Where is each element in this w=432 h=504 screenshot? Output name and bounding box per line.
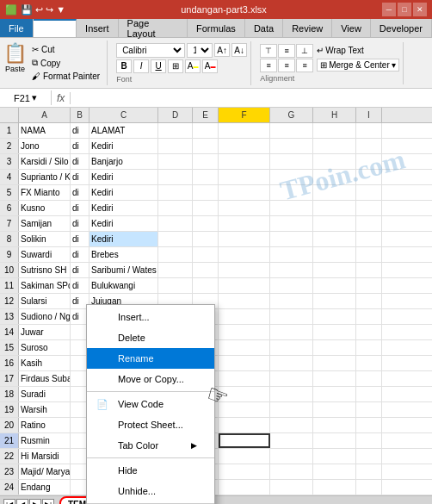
cell-h1[interactable] bbox=[313, 123, 356, 138]
underline-btn[interactable]: U bbox=[151, 59, 166, 73]
row-number-cell[interactable]: 3 bbox=[0, 154, 19, 169]
cell-a21[interactable]: Rusmin bbox=[19, 433, 71, 448]
row-number-cell[interactable]: 12 bbox=[0, 294, 19, 308]
cell-e6[interactable] bbox=[193, 201, 219, 215]
cell-f17[interactable] bbox=[219, 371, 270, 386]
cell-h9[interactable] bbox=[313, 247, 356, 262]
row-number-cell[interactable]: 5 bbox=[0, 185, 19, 200]
cell-h20[interactable] bbox=[313, 418, 356, 432]
cell-a7[interactable]: Samijan bbox=[19, 216, 71, 231]
cell-a19[interactable]: Warsih bbox=[19, 402, 71, 417]
cell-a14[interactable]: Juwar bbox=[19, 325, 71, 339]
row-number-cell[interactable]: 4 bbox=[0, 170, 19, 184]
cell-f22[interactable] bbox=[219, 449, 270, 464]
cell-f12[interactable] bbox=[219, 294, 270, 308]
cell-c10[interactable]: Saribumi / Wates bbox=[89, 263, 158, 277]
tab-file[interactable]: File bbox=[0, 19, 34, 37]
cell-i12[interactable] bbox=[356, 294, 382, 308]
cell-i18[interactable] bbox=[356, 387, 382, 401]
cell-a17[interactable]: Firdaus Subag bbox=[19, 371, 71, 386]
row-number-cell[interactable]: 24 bbox=[0, 480, 19, 495]
cell-h14[interactable] bbox=[313, 325, 356, 339]
cell-d8[interactable] bbox=[158, 232, 193, 246]
cell-b6[interactable]: di bbox=[71, 201, 89, 215]
cell-f4[interactable] bbox=[219, 170, 270, 184]
cell-f11[interactable] bbox=[219, 278, 270, 293]
context-protect-sheet[interactable]: Protect Sheet... bbox=[87, 414, 214, 435]
cell-f19[interactable] bbox=[219, 402, 270, 417]
cell-i14[interactable] bbox=[356, 325, 382, 339]
cell-c5[interactable]: Kediri bbox=[89, 185, 158, 200]
cell-h11[interactable] bbox=[313, 278, 356, 293]
cell-c4[interactable]: Kediri bbox=[89, 170, 158, 184]
cell-a18[interactable]: Suradi bbox=[19, 387, 71, 401]
cell-f9[interactable] bbox=[219, 247, 270, 262]
cell-g21[interactable] bbox=[270, 433, 313, 448]
font-name-select[interactable]: Calibri bbox=[116, 43, 185, 58]
sheet-nav-last[interactable]: ▶| bbox=[42, 499, 54, 505]
cell-a6[interactable]: Kusno bbox=[19, 201, 71, 215]
formula-icon[interactable]: fx bbox=[52, 92, 71, 104]
cell-i13[interactable] bbox=[356, 309, 382, 324]
cell-i7[interactable] bbox=[356, 216, 382, 231]
cell-h16[interactable] bbox=[313, 356, 356, 370]
cell-f10[interactable] bbox=[219, 263, 270, 277]
cell-d3[interactable] bbox=[158, 154, 193, 169]
cell-e2[interactable] bbox=[193, 139, 219, 153]
cell-f1[interactable] bbox=[219, 123, 270, 138]
cell-h12[interactable] bbox=[313, 294, 356, 308]
cell-i15[interactable] bbox=[356, 340, 382, 355]
cell-h10[interactable] bbox=[313, 263, 356, 277]
cell-f20[interactable] bbox=[219, 418, 270, 432]
cell-i20[interactable] bbox=[356, 418, 382, 432]
cell-f23[interactable] bbox=[219, 464, 270, 479]
italic-btn[interactable]: I bbox=[133, 59, 149, 73]
cell-b1[interactable]: di bbox=[71, 123, 89, 138]
row-number-cell[interactable]: 9 bbox=[0, 247, 19, 262]
row-number-cell[interactable]: 13 bbox=[0, 309, 19, 324]
cell-d6[interactable] bbox=[158, 201, 193, 215]
cell-a16[interactable]: Kasih bbox=[19, 356, 71, 370]
align-top-btn[interactable]: ⊤ bbox=[260, 44, 277, 58]
cell-b4[interactable]: di bbox=[71, 170, 89, 184]
cell-reference-box[interactable]: F21 ▾ bbox=[0, 90, 52, 105]
cell-i22[interactable] bbox=[356, 449, 382, 464]
cell-h18[interactable] bbox=[313, 387, 356, 401]
cell-d11[interactable] bbox=[158, 278, 193, 293]
row-number-cell[interactable]: 1 bbox=[0, 123, 19, 138]
cell-f6[interactable] bbox=[219, 201, 270, 215]
col-header-i[interactable]: I bbox=[356, 108, 382, 122]
tab-review[interactable]: Review bbox=[283, 19, 332, 37]
cell-c8[interactable]: Kediri bbox=[89, 232, 158, 246]
row-number-cell[interactable]: 19 bbox=[0, 402, 19, 417]
cell-a15[interactable]: Suroso bbox=[19, 340, 71, 355]
sheet-nav-prev[interactable]: ◀ bbox=[16, 499, 28, 505]
tab-data[interactable]: Data bbox=[245, 19, 283, 37]
row-number-cell[interactable]: 18 bbox=[0, 387, 19, 401]
cell-b2[interactable]: di bbox=[71, 139, 89, 153]
cell-f14[interactable] bbox=[219, 325, 270, 339]
cell-h7[interactable] bbox=[313, 216, 356, 231]
copy-btn[interactable]: ⧉Copy bbox=[30, 57, 102, 69]
cell-c9[interactable]: Brebes bbox=[89, 247, 158, 262]
cell-h15[interactable] bbox=[313, 340, 356, 355]
cell-f13[interactable] bbox=[219, 309, 270, 324]
row-number-cell[interactable]: 22 bbox=[0, 449, 19, 464]
row-number-cell[interactable]: 21 bbox=[0, 433, 19, 448]
cell-i2[interactable] bbox=[356, 139, 382, 153]
cell-a3[interactable]: Karsidi / Silo bbox=[19, 154, 71, 169]
col-header-a[interactable]: A bbox=[19, 108, 71, 122]
row-number-cell[interactable]: 20 bbox=[0, 418, 19, 432]
cell-i1[interactable] bbox=[356, 123, 382, 138]
cell-i19[interactable] bbox=[356, 402, 382, 417]
context-unhide[interactable]: Unhide... bbox=[87, 481, 214, 501]
cell-b9[interactable]: di bbox=[71, 247, 89, 262]
cell-g10[interactable] bbox=[270, 263, 313, 277]
cell-a24[interactable]: Endang bbox=[19, 480, 71, 495]
context-delete[interactable]: Delete bbox=[87, 327, 214, 348]
cell-i17[interactable] bbox=[356, 371, 382, 386]
cell-f21[interactable] bbox=[219, 433, 270, 448]
cell-d7[interactable] bbox=[158, 216, 193, 231]
cell-d10[interactable] bbox=[158, 263, 193, 277]
cell-c7[interactable]: Kediri bbox=[89, 216, 158, 231]
